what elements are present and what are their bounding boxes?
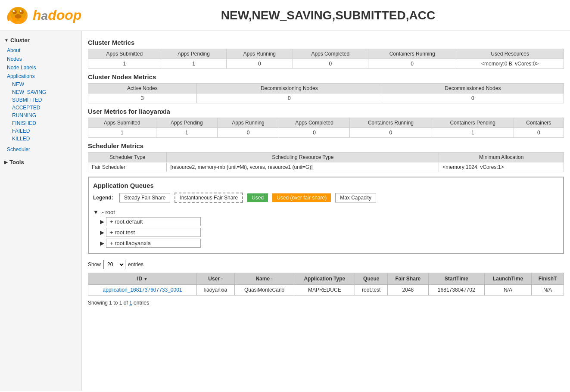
col-decommissioning: Decommissioning Nodes [196,84,382,93]
showing-suffix: entries [134,300,149,306]
sidebar-item-applications[interactable]: Applications [0,72,81,81]
cluster-nodes-row: 3 0 0 [88,93,564,103]
sidebar-item-running[interactable]: RUNNING [0,112,81,119]
th-name[interactable]: Name [235,273,294,285]
sval-resource-type: [resource2, memory-mb (unit=Mi), vcores,… [167,162,439,172]
user-metrics-table: Apps Submitted Apps Pending Apps Running… [88,118,564,138]
queue-test-label[interactable]: + root.test [106,228,201,237]
val-used-resources: <memory:0 B, vCores:0> [456,59,564,69]
applications-table: ID User Name Application Type Queue Fair… [88,273,564,296]
app-id-link[interactable]: application_1681737607733_0001 [103,287,182,293]
sidebar-item-accepted[interactable]: ACCEPTED [0,104,81,112]
th-id[interactable]: ID [88,273,197,285]
sval-min-allocation: <memory:1024, vCores:1> [439,162,564,172]
table-header-row: ID User Name Application Type Queue Fair… [88,273,564,285]
uval-apps-running: 0 [217,128,279,138]
queue-liaoyanxia-row: ▶ + root.liaoyanxia [100,238,559,249]
scheduler-metrics-title: Scheduler Metrics [88,142,564,149]
sidebar-item-new-saving[interactable]: NEW_SAVING [0,88,81,96]
col-apps-completed: Apps Completed [293,49,368,59]
queue-tree: ▼ .- root ▶ + root.default ▶ + root.test… [93,208,559,249]
sidebar: ▼ Cluster About Nodes Node Labels Applic… [0,31,82,391]
cluster-section[interactable]: ▼ Cluster [0,34,81,46]
entries-select[interactable]: 10 20 50 100 [103,260,125,269]
ucol-apps-completed: Apps Completed [279,118,350,128]
th-app-type[interactable]: Application Type [294,273,355,285]
col-decommissioned: Decommissioned Nodes [382,84,564,93]
layout: ▼ Cluster About Nodes Node Labels Applic… [0,31,570,391]
queue-children: ▶ + root.default ▶ + root.test ▶ + root.… [100,216,559,249]
ucol-containers-pending: Containers Pending [432,118,514,128]
th-fair-share[interactable]: Fair Share [388,273,429,285]
entries-label: entries [128,261,143,268]
sval-type: Fair Scheduler [88,162,167,172]
val-active-nodes: 3 [88,93,197,103]
cluster-nodes-title: Cluster Nodes Metrics [88,73,564,81]
cell-queue: root.test [355,285,388,296]
cluster-metrics-table: Apps Submitted Apps Pending Apps Running… [88,49,564,69]
tools-section[interactable]: ▶ Tools [0,156,81,168]
th-start-time[interactable]: StartTime [428,273,484,285]
cell-fair-share: 2048 [388,285,429,296]
th-user[interactable]: User [196,273,234,285]
show-label: Show [88,261,101,268]
legend-instantaneous: Instantaneous Fair Share [174,193,243,203]
queue-root-label: .- root [100,209,115,215]
col-apps-pending: Apps Pending [161,49,226,59]
queue-default-label[interactable]: + root.default [106,217,201,226]
cluster-nodes-table: Active Nodes Decommissioning Nodes Decom… [88,83,564,103]
logo-area: hadoop [5,3,91,27]
cluster-arrow-icon: ▼ [4,38,9,43]
legend-used: Used [247,193,268,202]
scheduler-metrics-table: Scheduler Type Scheduling Resource Type … [88,152,564,172]
showing-link[interactable]: 1 [129,300,132,306]
sidebar-item-new[interactable]: NEW [0,81,81,88]
cell-type: MAPREDUCE [294,285,355,296]
queue-test-row: ▶ + root.test [100,227,559,238]
th-finish-time[interactable]: FinishT [532,273,564,285]
ucol-apps-submitted: Apps Submitted [88,118,156,128]
cluster-metrics-row: 1 1 0 0 0 <memory:0 B, vCores:0> [88,59,564,69]
cell-start-time: 1681738047702 [428,285,484,296]
queue-test-toggle[interactable]: ▶ [100,229,104,236]
sidebar-item-killed[interactable]: KILLED [0,135,81,143]
legend-label: Legend: [93,195,113,201]
hadoop-logo: hadoop [5,3,81,27]
sidebar-item-about[interactable]: About [0,46,81,55]
queue-root-row: ▼ .- root [93,208,559,216]
queue-default-row: ▶ + root.default [100,216,559,227]
table-row: application_1681737607733_0001 liaoyanxi… [88,285,564,296]
col-active-nodes: Active Nodes [88,84,197,93]
val-decommissioning: 0 [196,93,382,103]
sidebar-item-failed[interactable]: FAILED [0,127,81,135]
th-launch-time[interactable]: LaunchTime [484,273,532,285]
uval-containers-running: 0 [350,128,432,138]
queue-liaoyanxia-toggle[interactable]: ▶ [100,240,104,246]
tools-arrow-icon: ▶ [4,160,8,165]
showing-text: Showing 1 to 1 of 1 entries [88,300,564,306]
svg-point-8 [20,10,22,12]
sidebar-item-scheduler[interactable]: Scheduler [0,145,81,154]
sidebar-item-submitted[interactable]: SUBMITTED [0,96,81,104]
uval-apps-submitted: 1 [88,128,156,138]
val-apps-completed: 0 [293,59,368,69]
col-apps-running: Apps Running [227,49,293,59]
sidebar-item-finished[interactable]: FINISHED [0,119,81,127]
uval-apps-completed: 0 [279,128,350,138]
queue-root-toggle[interactable]: ▼ [93,209,99,215]
ucol-containers-running: Containers Running [350,118,432,128]
scol-type: Scheduler Type [88,152,167,162]
user-metrics-row: 1 1 0 0 0 1 0 [88,128,564,138]
uval-apps-pending: 1 [156,128,217,138]
legend-steady: Steady Fair Share [119,193,171,202]
queue-default-toggle[interactable]: ▶ [100,218,104,225]
th-queue[interactable]: Queue [355,273,388,285]
cell-name: QuasiMonteCarlo [235,285,294,296]
hadoop-logo-text: hadoop [33,7,81,23]
ucol-apps-pending: Apps Pending [156,118,217,128]
queue-liaoyanxia-label[interactable]: + root.liaoyanxia [106,239,201,248]
sidebar-item-nodes[interactable]: Nodes [0,55,81,63]
val-containers-running: 0 [368,59,456,69]
cell-launch-time: N/A [484,285,532,296]
sidebar-item-node-labels[interactable]: Node Labels [0,63,81,72]
